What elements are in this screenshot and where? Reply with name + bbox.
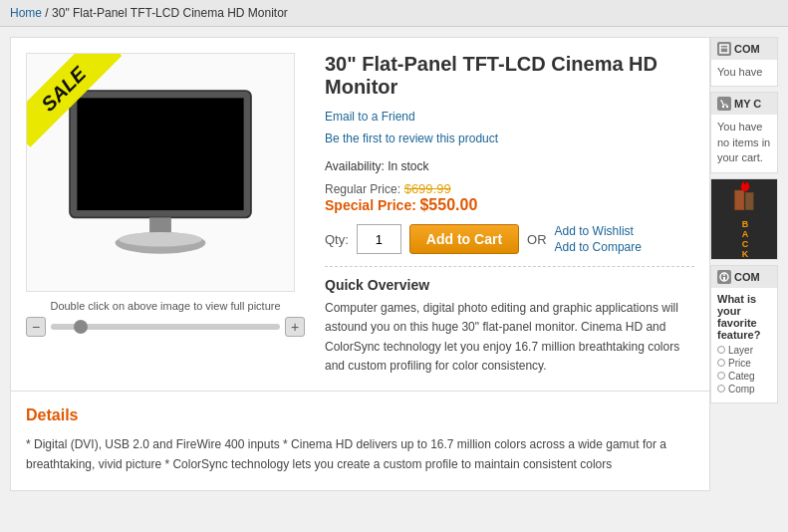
regular-price-label: Regular Price:	[325, 182, 400, 196]
wishlist-link[interactable]: Add to Wishlist	[555, 224, 642, 238]
or-text: OR	[527, 232, 547, 247]
svg-rect-5	[720, 45, 728, 53]
compare-link[interactable]: Add to Compare	[555, 240, 642, 254]
zoom-in-button[interactable]: +	[285, 317, 305, 337]
radio-dot-category	[717, 372, 725, 380]
sidebar-widget-cart: MY C You have no items in your cart.	[710, 92, 778, 172]
details-section: Details * Digital (DVI), USB 2.0 and Fir…	[10, 392, 710, 491]
svg-line-16	[745, 180, 747, 181]
sidebar-widget-cart-header: MY C	[711, 93, 777, 115]
compare-question: What is your favorite feature?	[717, 293, 771, 341]
radio-dot-layer	[717, 346, 725, 354]
regular-price-row: Regular Price: $699.99	[325, 181, 694, 196]
product-links: Email to a Friend Be the first to review…	[325, 107, 694, 149]
home-link[interactable]: Home	[10, 6, 42, 20]
compare-option-comp-label: Comp	[728, 384, 755, 395]
price-section: Regular Price: $699.99 Special Price: $5…	[325, 181, 694, 214]
zoom-slider[interactable]	[51, 324, 280, 330]
wishlist-compare: Add to Wishlist Add to Compare	[555, 224, 642, 254]
right-sidebar: COM You have MY C You have no items in y…	[710, 37, 778, 491]
features-icon	[717, 270, 731, 284]
compare-option-layer[interactable]: Layer	[717, 345, 771, 356]
availability: Availability: In stock	[325, 159, 694, 173]
quick-overview-title: Quick Overview	[325, 277, 694, 293]
svg-point-8	[726, 106, 728, 108]
widget-compare-title: COM	[734, 43, 760, 55]
widget-cart-title: MY C	[734, 98, 761, 110]
review-link[interactable]: Be the first to review this product	[325, 129, 694, 150]
sidebar-widget-features-header: COM	[711, 266, 777, 288]
product-image-container[interactable]: SALE	[26, 53, 295, 292]
svg-rect-15	[744, 181, 745, 184]
breadcrumb: Home / 30" Flat-Panel TFT-LCD Cinema HD …	[0, 0, 788, 27]
compare-options: Layer Price Categ Comp	[717, 345, 771, 395]
svg-rect-12	[746, 192, 753, 209]
product-column: SALE Do	[10, 37, 710, 491]
product-title: 30" Flat-Panel TFT-LCD Cinema HD Monitor	[325, 53, 694, 99]
add-to-cart-row: Qty: Add to Cart OR Add to Wishlist Add …	[325, 224, 694, 254]
qty-label: Qty:	[325, 232, 349, 247]
details-text: * Digital (DVI), USB 2.0 and FireWire 40…	[26, 434, 694, 475]
widget-cart-text: You have no items in your cart.	[717, 120, 771, 165]
main-wrapper: SALE Do	[0, 27, 788, 501]
compare-option-comp[interactable]: Comp	[717, 384, 771, 395]
compare-option-layer-label: Layer	[728, 345, 753, 356]
sidebar-widget-features: COM What is your favorite feature? Layer…	[710, 265, 778, 403]
product-image-column: SALE Do	[26, 53, 305, 376]
compare-icon	[717, 42, 731, 56]
current-page-label: 30" Flat-Panel TFT-LCD Cinema HD Monitor	[52, 6, 288, 20]
cart-icon	[717, 97, 731, 111]
radio-dot-comp	[717, 385, 725, 393]
product-info: 30" Flat-Panel TFT-LCD Cinema HD Monitor…	[325, 53, 694, 376]
add-to-cart-button[interactable]: Add to Cart	[409, 224, 519, 254]
widget-features-title: COM	[734, 271, 760, 283]
promo-text: BACK	[742, 219, 749, 259]
product-card: SALE Do	[10, 37, 710, 392]
compare-option-category-label: Categ	[728, 371, 755, 382]
svg-point-4	[119, 232, 202, 247]
radio-dot-price	[717, 359, 725, 367]
sale-badge-text: SALE	[27, 54, 122, 147]
special-price-label: Special Price:	[325, 197, 416, 213]
details-title: Details	[26, 406, 694, 424]
promo-image-svg	[725, 179, 765, 215]
compare-option-price-label: Price	[728, 358, 751, 369]
sidebar-widget-compare: COM You have	[710, 37, 778, 87]
regular-price-value: $699.99	[404, 181, 451, 196]
breadcrumb-separator: /	[45, 6, 48, 20]
svg-point-7	[722, 106, 724, 108]
special-price-row: Special Price: $550.00	[325, 196, 694, 214]
sidebar-widget-promo[interactable]: BACK	[710, 178, 778, 260]
availability-value: In stock	[388, 159, 428, 173]
sale-banner: SALE	[27, 54, 127, 153]
promo-image: BACK	[711, 179, 778, 259]
widget-compare-text: You have	[717, 65, 771, 80]
compare-option-category[interactable]: Categ	[717, 371, 771, 382]
zoom-slider-thumb[interactable]	[74, 320, 88, 334]
separator	[325, 266, 694, 267]
email-friend-link[interactable]: Email to a Friend	[325, 107, 694, 129]
compare-option-price[interactable]: Price	[717, 358, 771, 369]
qty-input[interactable]	[357, 224, 401, 254]
svg-rect-19	[723, 277, 725, 280]
special-price-value: $550.00	[419, 196, 477, 213]
quick-overview-text: Computer games, digital photo editing an…	[325, 299, 694, 376]
availability-label: Availability:	[325, 159, 385, 173]
svg-point-18	[723, 274, 725, 276]
product-top: SALE Do	[26, 53, 694, 376]
sidebar-widget-compare-header: COM	[711, 38, 777, 60]
zoom-bar: − +	[26, 317, 305, 337]
zoom-out-button[interactable]: −	[26, 317, 46, 337]
svg-rect-10	[735, 190, 744, 209]
image-caption: Double click on above image to view full…	[26, 300, 305, 312]
